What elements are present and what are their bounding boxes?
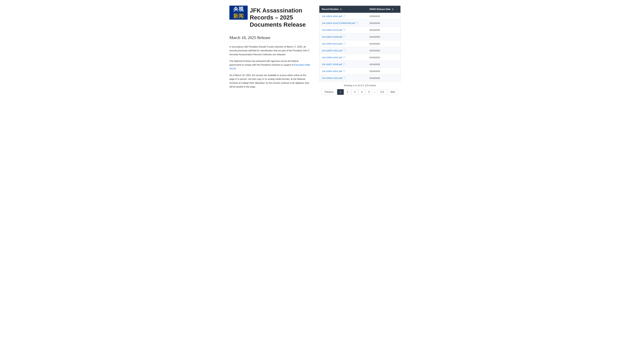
table-row: 104-10005-10321.pdf📄03/18/2025 (319, 47, 400, 54)
record-cell: 104-10009-10021.pdf📄 (319, 68, 367, 75)
record-cell: 104-10009-10222.pdf📄 (319, 75, 367, 81)
page-1-button[interactable]: 1 (337, 89, 344, 95)
page-5-button[interactable]: 5 (366, 89, 372, 95)
record-link[interactable]: 104-10009-10021.pdf📄 (322, 70, 345, 72)
paragraph-3: As of March 18, 2025, the records are av… (230, 73, 311, 89)
logo-bottom-text: 新闻 (233, 13, 244, 19)
date-cell: 03/18/2025 (367, 13, 400, 20)
logo-top-text: 央视 (233, 6, 244, 13)
record-cell: 104-10007-10345.pdf📄 (319, 61, 367, 68)
table-row: 104-10004-10213.pdf📄03/18/2025 (319, 40, 400, 47)
record-link[interactable]: 104-10005-10321.pdf📄 (322, 49, 345, 52)
date-cell: 03/18/2025 (367, 47, 400, 54)
pagination: Previous 1 2 3 4 5 ... 113 Next (319, 89, 400, 95)
date-cell: 03/18/2025 (367, 54, 400, 61)
table-row: 104-10004-10143 (C06932208).pdf📄03/18/20… (319, 20, 400, 26)
table-row: 104-10003-10041.pdf📄03/18/2025 (319, 13, 400, 20)
left-column: 央视 新闻 JFK Assassination Records – 2025 D… (230, 5, 311, 91)
record-link[interactable]: 104-10006-10247.pdf📄 (322, 56, 345, 59)
table-header: Record Number ⇅ NARA Release Date ⇅ (319, 6, 400, 13)
page-wrapper: 央视 新闻 JFK Assassination Records – 2025 D… (224, 0, 420, 103)
record-cell: 104-10004-10156.pdf📄 (319, 33, 367, 40)
record-sort-icon: ⇅ (340, 8, 342, 10)
pdf-icon: 📄 (343, 35, 345, 38)
col-record-number[interactable]: Record Number ⇅ (319, 6, 367, 13)
pdf-icon: 📄 (343, 63, 345, 66)
showing-text: Showing 1 to 10 of 1,123 entries (319, 84, 400, 87)
page-2-button[interactable]: 2 (344, 89, 351, 95)
pdf-icon: 📄 (343, 15, 345, 17)
record-cell: 104-10005-10321.pdf📄 (319, 47, 367, 54)
table-body: 104-10003-10041.pdf📄03/18/2025104-10004-… (319, 13, 400, 81)
next-button[interactable]: Next (387, 89, 398, 95)
record-link[interactable]: 104-10009-10222.pdf📄 (322, 77, 345, 79)
col-nara-date[interactable]: NARA Release Date ⇅ (367, 6, 400, 13)
table-row: 104-10006-10247.pdf📄03/18/2025 (319, 54, 400, 61)
pagination-dots: ... (373, 89, 377, 95)
date-sort-icon: ⇅ (392, 8, 394, 10)
pdf-icon: 📄 (343, 70, 345, 72)
logo-box: 央视 新闻 (230, 5, 248, 20)
paragraph-1-text: In accordance with President Donald Trum… (230, 45, 310, 55)
paragraph-2-intro: The National Archives has partnered with… (230, 60, 298, 66)
pdf-icon: 📄 (343, 77, 345, 79)
date-cell: 03/18/2025 (367, 75, 400, 81)
record-cell: 104-10004-10143.pdf📄 (319, 26, 367, 33)
header-row: Record Number ⇅ NARA Release Date ⇅ (319, 6, 400, 13)
page-3-button[interactable]: 3 (352, 89, 358, 95)
record-link[interactable]: 104-10004-10213.pdf📄 (322, 42, 345, 45)
pdf-icon: 📄 (343, 28, 345, 31)
paragraph-2-suffix: . (236, 67, 236, 70)
previous-button[interactable]: Previous (322, 89, 336, 95)
record-cell: 104-10003-10041.pdf📄 (319, 13, 367, 20)
date-cell: 03/18/2025 (367, 61, 400, 68)
pdf-icon: 📄 (343, 56, 345, 59)
record-link[interactable]: 104-10004-10143 (C06932208).pdf📄 (322, 21, 358, 24)
page-last-button[interactable]: 113 (378, 89, 387, 95)
record-cell: 104-10006-10247.pdf📄 (319, 54, 367, 61)
paragraph-1: In accordance with President Donald Trum… (230, 45, 311, 56)
release-heading: March 18, 2025 Release (230, 35, 311, 40)
date-cell: 03/18/2025 (367, 20, 400, 26)
table-row: 104-10009-10222.pdf📄03/18/2025 (319, 75, 400, 81)
date-cell: 03/18/2025 (367, 40, 400, 47)
table-row: 104-10004-10156.pdf📄03/18/2025 (319, 33, 400, 40)
record-cell: 104-10004-10143 (C06932208).pdf📄 (319, 20, 367, 26)
page-4-button[interactable]: 4 (358, 89, 365, 95)
paragraph-2: The National Archives has partnered with… (230, 59, 311, 71)
right-column: Record Number ⇅ NARA Release Date ⇅ 104-… (319, 5, 400, 95)
record-link[interactable]: 104-10007-10345.pdf📄 (322, 63, 345, 66)
records-table: Record Number ⇅ NARA Release Date ⇅ 104-… (319, 5, 400, 81)
table-row: 104-10007-10345.pdf📄03/18/2025 (319, 61, 400, 68)
date-cell: 03/18/2025 (367, 26, 400, 33)
date-cell: 03/18/2025 (367, 33, 400, 40)
record-cell: 104-10004-10213.pdf📄 (319, 40, 367, 47)
pdf-icon: 📄 (343, 42, 345, 45)
col-record-label: Record Number (322, 8, 339, 10)
table-row: 104-10004-10143.pdf📄03/18/2025 (319, 26, 400, 33)
pdf-icon: 📄 (356, 21, 358, 24)
table-row: 104-10009-10021.pdf📄03/18/2025 (319, 68, 400, 75)
record-link[interactable]: 104-10004-10143.pdf📄 (322, 28, 345, 31)
date-cell: 03/18/2025 (367, 68, 400, 75)
record-link[interactable]: 104-10004-10156.pdf📄 (322, 35, 345, 38)
col-date-label: NARA Release Date (370, 8, 390, 10)
pdf-icon: 📄 (343, 49, 345, 52)
record-link[interactable]: 104-10003-10041.pdf📄 (322, 15, 345, 17)
